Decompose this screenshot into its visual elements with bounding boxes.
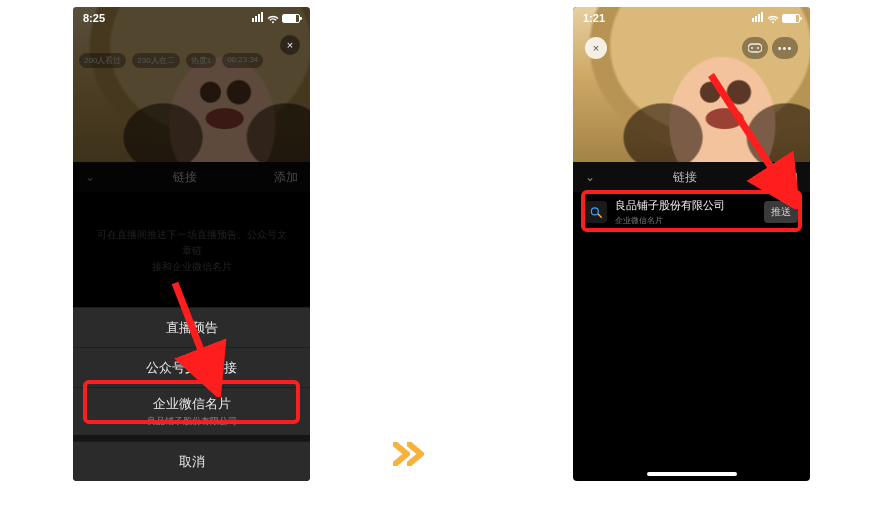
wifi-icon [767, 14, 779, 23]
link-header-title: 链接 [673, 169, 697, 186]
svg-point-4 [591, 208, 598, 215]
svg-point-2 [751, 47, 753, 49]
battery-icon [782, 14, 800, 23]
sheet-option-live-preview[interactable]: 直播预告 [73, 307, 310, 347]
sheet-option-enterprise-card[interactable]: 企业微信名片 良品铺子股份有限公司 [73, 387, 310, 435]
video-hero-image [573, 7, 810, 162]
phone-left: 8:25 200人看过 230人在二 热度1 00:23:34 × ⌄ 链接 添… [73, 7, 310, 481]
home-indicator[interactable] [647, 472, 737, 476]
link-header-row: ⌄ 链接 添加 [573, 162, 810, 192]
sheet-cancel-button[interactable]: 取消 [73, 441, 310, 481]
status-time: 1:21 [583, 12, 605, 24]
action-sheet: 直播预告 公众号文章链接 企业微信名片 良品铺子股份有限公司 取消 [73, 307, 310, 481]
status-icons [252, 12, 300, 24]
signal-icon [252, 12, 264, 24]
card-text: 良品铺子股份有限公司 企业微信名片 [615, 198, 756, 226]
svg-rect-1 [748, 44, 762, 52]
battery-icon [282, 14, 300, 23]
status-time: 8:25 [83, 12, 105, 24]
status-bar: 1:21 [573, 7, 810, 29]
game-icon[interactable] [742, 37, 768, 59]
close-icon[interactable]: × [585, 37, 607, 59]
close-icon[interactable]: × [280, 35, 300, 55]
push-button[interactable]: 推送 [764, 201, 798, 223]
enterprise-card-row[interactable]: 良品铺子股份有限公司 企业微信名片 推送 [585, 194, 798, 230]
status-icons [752, 12, 800, 24]
status-bar: 8:25 [73, 7, 310, 29]
phone-right: 1:21 × ••• ⌄ 链接 添加 良品铺子股份有限公司 企业微信名片 推送 [573, 7, 810, 481]
svg-point-3 [757, 47, 759, 49]
chevron-down-icon[interactable]: ⌄ [585, 170, 595, 184]
sheet-option-article-link[interactable]: 公众号文章链接 [73, 347, 310, 387]
flow-chevron-icon [393, 442, 427, 466]
card-title: 良品铺子股份有限公司 [615, 198, 756, 213]
more-icon[interactable]: ••• [772, 37, 798, 59]
enterprise-wechat-icon [585, 201, 607, 223]
link-add-button[interactable]: 添加 [774, 169, 798, 186]
wifi-icon [267, 14, 279, 23]
signal-icon [752, 12, 764, 24]
card-subtitle: 企业微信名片 [615, 215, 756, 226]
